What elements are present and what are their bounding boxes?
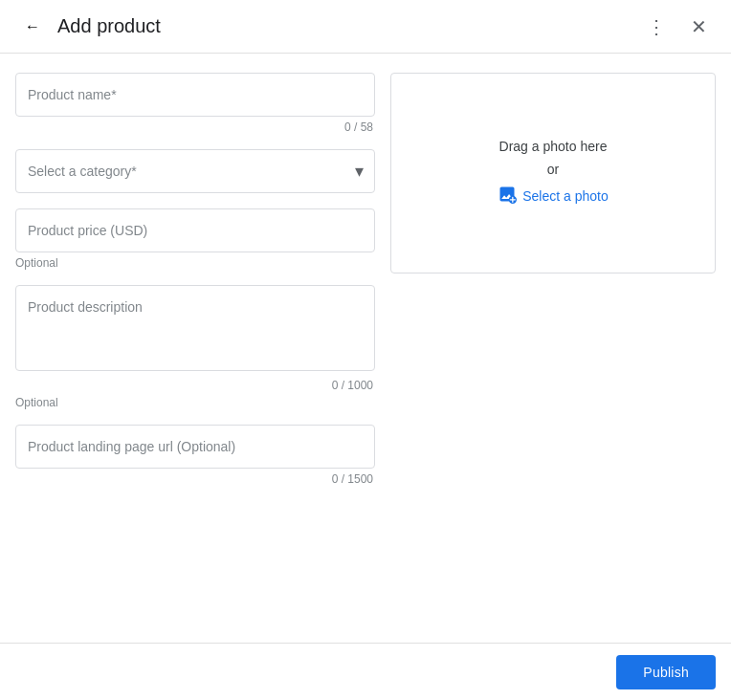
description-hint: Optional — [15, 396, 375, 409]
close-button[interactable]: ✕ — [681, 10, 716, 44]
description-group: 0 / 1000 Optional — [15, 285, 375, 409]
product-name-group: 0 / 58 — [15, 73, 375, 134]
select-photo-label: Select a photo — [522, 188, 609, 204]
page-title: Add product — [57, 15, 639, 37]
back-button[interactable]: ← — [15, 10, 50, 44]
description-textarea[interactable] — [15, 285, 375, 371]
landing-url-group: 0 / 1500 — [15, 425, 375, 486]
photo-upload-area[interactable]: Drag a photo here or Select a photo — [390, 73, 716, 273]
product-name-counter: 0 / 58 — [15, 120, 375, 134]
landing-url-counter: 0 / 1500 — [15, 472, 375, 486]
product-name-input[interactable] — [15, 73, 375, 117]
price-input[interactable] — [15, 208, 375, 252]
more-icon: ⋮ — [647, 15, 666, 38]
footer: Publish — [0, 643, 731, 700]
category-group: Select a category* ▾ — [15, 149, 375, 193]
or-text: or — [547, 162, 559, 177]
select-photo-button[interactable]: Select a photo — [498, 185, 609, 208]
drag-photo-text: Drag a photo here — [499, 139, 608, 154]
header: ← Add product ⋮ ✕ — [0, 0, 731, 54]
header-actions: ⋮ ✕ — [639, 10, 716, 44]
category-select-wrapper: Select a category* ▾ — [15, 149, 375, 193]
main-content: 0 / 58 Select a category* ▾ Optional 0 /… — [0, 54, 731, 643]
more-options-button[interactable]: ⋮ — [639, 10, 674, 44]
right-panel: Drag a photo here or Select a photo — [390, 73, 716, 623]
back-icon: ← — [25, 18, 40, 35]
description-counter: 0 / 1000 — [15, 379, 375, 392]
left-panel: 0 / 58 Select a category* ▾ Optional 0 /… — [15, 73, 375, 623]
price-hint: Optional — [15, 256, 375, 270]
add-photo-icon — [498, 185, 517, 208]
category-select[interactable]: Select a category* — [15, 149, 375, 193]
landing-url-input[interactable] — [15, 425, 375, 469]
publish-button[interactable]: Publish — [616, 655, 716, 689]
close-icon: ✕ — [691, 15, 707, 38]
price-group: Optional — [15, 208, 375, 270]
